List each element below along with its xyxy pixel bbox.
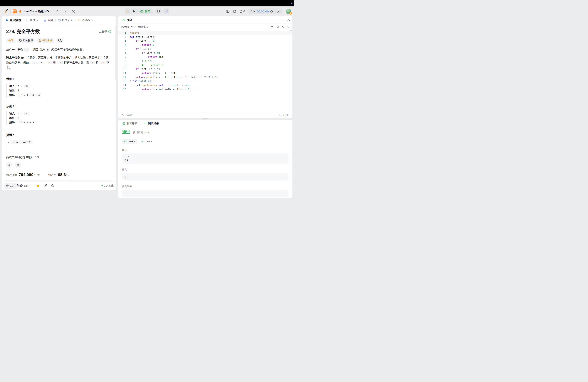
- acceptance-rate-label: 通过率: [48, 173, 56, 177]
- collapse-editor-icon[interactable]: [287, 26, 290, 28]
- code-editor[interactable]: 1@cache2def dfs(i, left):3if left == 0:4…: [118, 30, 293, 112]
- debug-button[interactable]: [125, 8, 130, 14]
- format-code-icon[interactable]: [271, 26, 273, 28]
- thumbs-up-icon: [6, 184, 9, 187]
- example-row: 输入：n = 12: [9, 84, 111, 88]
- code-panel: </> 代码 Python3 智能模式: [118, 16, 293, 118]
- case-tabs: Case 1Case 2: [122, 139, 289, 144]
- star-icon: [36, 184, 40, 187]
- favorite-star-button[interactable]: [35, 183, 41, 189]
- code-line[interactable]: 10if left < i * i:: [118, 67, 293, 71]
- code-line[interactable]: 15return dfs(int(math.sqrt(n) + 3), n): [118, 87, 293, 91]
- input-box[interactable]: n = 12: [122, 153, 289, 164]
- inline-code: 13 = 4 + 9: [18, 121, 35, 124]
- code-line[interactable]: 1@cache: [118, 31, 293, 35]
- code-line[interactable]: 14def numSquares(self, n: int) -> int:: [118, 83, 293, 87]
- flask-icon: [43, 19, 46, 21]
- tab-test-result[interactable]: >_ 测试结果: [142, 122, 160, 125]
- related-tags-pill[interactable]: 相关标签: [17, 38, 35, 43]
- code-line[interactable]: 5if i == 0:: [118, 47, 293, 51]
- reset-code-icon[interactable]: [282, 25, 284, 28]
- code-line[interactable]: 9# return 0: [118, 63, 293, 67]
- code-line[interactable]: 11return dfs(i - 1, left): [118, 71, 293, 75]
- editor-scrollbar[interactable]: [290, 30, 293, 112]
- expected-label: 预期结果: [122, 185, 289, 188]
- tab-testcase[interactable]: 测试用例: [121, 122, 139, 125]
- related-companies-pill[interactable]: 相关企业: [37, 38, 54, 43]
- terminal-icon: >_: [144, 122, 147, 125]
- interview-no-button[interactable]: 否: [15, 162, 21, 168]
- timer-reset-icon[interactable]: [270, 10, 273, 13]
- line-number: 2: [118, 35, 127, 39]
- inline-code: 16: [57, 61, 63, 64]
- fullscreen-icon[interactable]: [282, 19, 284, 21]
- acceptance-rate-unit: %: [66, 174, 69, 177]
- online-count: 7 人在线: [102, 184, 114, 188]
- run-button[interactable]: [131, 8, 137, 14]
- problem-definition: 完全平方数 是一个整数，其值等于另一个整数的平方；换句话说，其值等于一个整数自乘…: [6, 55, 111, 70]
- line-number: 5: [118, 47, 127, 51]
- language-selector[interactable]: Python3: [121, 25, 133, 28]
- timer-collapse-icon[interactable]: [251, 10, 252, 12]
- line-number: 6: [118, 51, 127, 55]
- interview-yes-button[interactable]: 是: [6, 162, 12, 168]
- comments-button[interactable]: 1.5K: [18, 183, 31, 189]
- share-icon: [44, 184, 47, 187]
- bookmark-icon[interactable]: [276, 25, 279, 28]
- line-number: 8: [118, 59, 127, 63]
- tab-调试器[interactable]: 调试器✕: [76, 19, 95, 22]
- stats-divider: [44, 173, 44, 176]
- case-tab-2[interactable]: Case 2: [139, 139, 154, 144]
- collapse-panel-icon[interactable]: [287, 19, 290, 21]
- panel-resize-handle[interactable]: [203, 118, 208, 119]
- notes-button[interactable]: [155, 8, 162, 14]
- leetcode-logo-icon[interactable]: [4, 9, 9, 14]
- code-line[interactable]: 8# else:: [118, 59, 293, 63]
- share-button[interactable]: [42, 183, 48, 189]
- example-row: 解释：13 = 4 + 9: [9, 120, 111, 125]
- code-line[interactable]: 6if left > 0:: [118, 51, 293, 55]
- settings-gear-icon[interactable]: [233, 10, 236, 13]
- case-tab-1[interactable]: Case 1: [122, 139, 137, 144]
- tab-题目描述[interactable]: 题目描述: [4, 19, 22, 22]
- smart-mode-label[interactable]: 智能模式: [138, 25, 148, 29]
- editor-scrollbar-thumb[interactable]: [290, 31, 293, 31]
- chevron-down-icon: [131, 26, 133, 27]
- prev-problem-button[interactable]: [56, 10, 58, 13]
- fire-icon: [19, 10, 22, 13]
- code-line[interactable]: 3if left == 0:: [118, 39, 293, 43]
- problem-panel-scrollbar[interactable]: [115, 26, 116, 81]
- translate-toggle-pill[interactable]: A文: [56, 38, 63, 43]
- input-value: 12: [125, 159, 286, 162]
- study-plan-title[interactable]: LeetCode 热题 HO...: [24, 10, 51, 13]
- hot-list-badge-icon[interactable]: HOT🔥: [13, 9, 17, 13]
- example-row: 输出：2: [9, 116, 111, 120]
- save-status: 已存储: [121, 114, 132, 117]
- code-line[interactable]: 4return 0: [118, 43, 293, 47]
- submit-button[interactable]: 提交: [137, 8, 153, 14]
- tab-题解[interactable]: 题解: [42, 19, 55, 22]
- difficulty-badge[interactable]: 中等: [6, 38, 16, 43]
- code-line[interactable]: 2def dfs(i, left):: [118, 35, 293, 39]
- close-icon[interactable]: ✕: [37, 19, 39, 21]
- code-line[interactable]: 13class Solution:: [118, 79, 293, 83]
- help-button[interactable]: [50, 183, 56, 189]
- layout-grid-icon[interactable]: [226, 10, 230, 13]
- ai-assistant-button[interactable]: [163, 8, 169, 14]
- accepted-label: 通过次数: [6, 173, 17, 177]
- like-button[interactable]: 2.2K: [4, 183, 17, 189]
- cursor-position[interactable]: 行 1, 列 1: [279, 114, 290, 117]
- code-line[interactable]: 7return inf: [118, 55, 293, 59]
- acceptance-rate-value: 68.3: [58, 172, 66, 177]
- tab-提交记录[interactable]: 提交记录: [56, 19, 74, 22]
- close-icon[interactable]: ✕: [92, 19, 94, 21]
- code-line[interactable]: 12return min(dfs(i - 1, left), dfs(i, le…: [118, 75, 293, 79]
- invite-user-button[interactable]: [275, 10, 283, 13]
- timer-play-icon[interactable]: [253, 10, 255, 12]
- shuffle-icon[interactable]: [72, 10, 75, 13]
- tab-通过[interactable]: 通过✕: [24, 19, 40, 22]
- user-avatar[interactable]: ★: [286, 9, 291, 14]
- constraint-item: 1 <= n <= 104: [6, 140, 111, 144]
- next-problem-button[interactable]: [64, 10, 66, 13]
- daily-streak[interactable]: 0: [240, 10, 245, 13]
